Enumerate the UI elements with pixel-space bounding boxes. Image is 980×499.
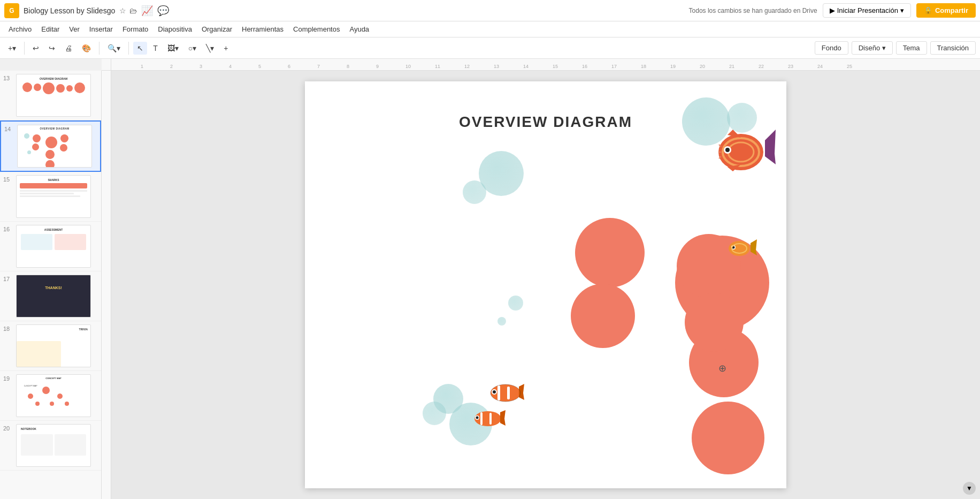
scroll-to-bottom[interactable]: ▼: [963, 482, 976, 495]
teal-bubble-7: [423, 402, 446, 425]
menu-archivo[interactable]: Archivo: [4, 24, 36, 35]
menu-editar[interactable]: Editar: [37, 24, 64, 35]
slide-thumb-19[interactable]: 19 CONCEPT MAP CoNCEPT MAP: [0, 371, 101, 421]
menubar: Archivo Editar Ver Insertar Formato Diap…: [0, 21, 980, 37]
svg-rect-18: [507, 387, 510, 399]
slide-title: OVERVIEW DIAGRAM: [459, 114, 632, 131]
slide-preview-17: THANKS!: [16, 275, 91, 317]
doc-title: Biology Lesson by Slidesgo: [24, 6, 115, 15]
add-slide-btn[interactable]: +▾: [4, 42, 20, 55]
comment-tool[interactable]: +: [220, 42, 232, 55]
fish-small: [725, 237, 757, 261]
menu-formato[interactable]: Formato: [118, 24, 152, 35]
clownfish-2: [471, 408, 506, 429]
slide-thumb-20[interactable]: 20 NOTEBOOK: [0, 421, 101, 471]
svg-rect-25: [489, 413, 492, 425]
diseno-btn[interactable]: Diseño ▾: [852, 41, 893, 55]
menu-ayuda[interactable]: Ayuda: [345, 24, 373, 35]
slide-preview-13: OVERVIEW DIAGRAM: [16, 74, 91, 117]
tema-btn[interactable]: Tema: [896, 41, 927, 55]
menu-insertar[interactable]: Insertar: [85, 24, 117, 35]
line-tool[interactable]: ╲▾: [202, 42, 218, 55]
canvas-container: OVERVIEW DIAGRAM: [102, 71, 980, 499]
print-btn[interactable]: 🖨: [61, 42, 76, 55]
slide-preview-20: NOTEBOOK: [16, 424, 91, 467]
app-icon: G: [4, 3, 19, 18]
main-area: 13 OVERVIEW DIAGRAM 14 OVERVIEW DIAGRAM: [0, 71, 980, 499]
menu-complementos[interactable]: Complementos: [289, 24, 344, 35]
stats-icon[interactable]: 📈: [141, 5, 153, 17]
toolbar: +▾ ↩ ↪ 🖨 🎨 🔍▾ ↖ T 🖼▾ ○▾ ╲▾ + Fondo Diseñ…: [0, 37, 980, 59]
svg-rect-24: [480, 412, 483, 425]
menu-organizar[interactable]: Organizar: [197, 24, 236, 35]
slide-canvas[interactable]: OVERVIEW DIAGRAM: [305, 81, 786, 488]
svg-marker-26: [500, 410, 506, 426]
canvas-area[interactable]: OVERVIEW DIAGRAM: [111, 71, 980, 499]
text-tool[interactable]: T: [149, 42, 162, 55]
coral-circle-1[interactable]: [575, 218, 645, 288]
coral-circle-2[interactable]: [571, 284, 635, 348]
slide-thumb-17[interactable]: 17 THANKS!: [0, 271, 101, 321]
slide-thumb-18[interactable]: 18 TRIVIA: [0, 321, 101, 371]
image-tool[interactable]: 🖼▾: [164, 42, 182, 55]
slide-preview-14: OVERVIEW DIAGRAM: [17, 125, 92, 168]
slide-thumb-14[interactable]: 14 OVERVIEW DIAGRAM: [0, 120, 101, 172]
doc-icons: ☆ 🗁: [119, 6, 137, 15]
paint-format-btn[interactable]: 🎨: [78, 42, 95, 55]
zoom-btn[interactable]: 🔍▾: [104, 42, 124, 55]
menu-herramientas[interactable]: Herramientas: [238, 24, 288, 35]
slide-preview-16: ASSESSMENT: [16, 225, 91, 268]
menu-ver[interactable]: Ver: [65, 24, 84, 35]
slide-panel: 13 OVERVIEW DIAGRAM 14 OVERVIEW DIAGRAM: [0, 71, 102, 499]
fondo-btn[interactable]: Fondo: [815, 41, 848, 55]
menu-diapositiva[interactable]: Diapositiva: [154, 24, 196, 35]
teal-bubble-3: [508, 296, 523, 311]
present-dropdown-icon: ▾: [900, 6, 904, 14]
svg-point-21: [493, 390, 496, 394]
comments-icon[interactable]: 💬: [157, 5, 169, 17]
saved-msg: Todos los cambios se han guardado en Dri…: [689, 7, 817, 14]
slide-thumb-16[interactable]: 16 ASSESSMENT: [0, 222, 101, 271]
clownfish-1: [487, 381, 524, 405]
fish-large: [711, 124, 776, 178]
lock-icon: 🔒: [924, 6, 932, 14]
slide-preview-15: SHARKS: [16, 175, 91, 218]
slide-preview-19: CONCEPT MAP CoNCEPT MAP: [16, 374, 91, 417]
ruler-vertical: [102, 71, 111, 499]
present-button[interactable]: ▶ Iniciar Presentación ▾: [823, 3, 911, 18]
move-cursor-icon: ⊕: [718, 362, 726, 374]
folder-icon[interactable]: 🗁: [129, 6, 137, 15]
coral-circle-7[interactable]: [685, 293, 744, 352]
undo-btn[interactable]: ↩: [29, 42, 43, 55]
svg-rect-17: [497, 385, 500, 400]
star-icon[interactable]: ☆: [119, 6, 126, 15]
ruler-top: 1234567891011121314151617181920212223242…: [102, 59, 980, 71]
svg-point-28: [476, 417, 479, 419]
redo-btn[interactable]: ↪: [45, 42, 59, 55]
transicion-btn[interactable]: Transición: [930, 41, 976, 55]
svg-marker-19: [519, 384, 524, 400]
toolbar-right: Fondo Diseño ▾ Tema Transición: [815, 41, 976, 55]
teal-bubble-4: [497, 317, 506, 326]
top-icons: 📈 💬: [141, 5, 169, 17]
top-right: Todos los cambios se han guardado en Dri…: [689, 3, 976, 18]
shape-tool[interactable]: ○▾: [185, 42, 200, 55]
present-icon: ▶: [830, 6, 835, 14]
select-tool[interactable]: ↖: [133, 42, 147, 55]
teal-bubble-2: [463, 180, 486, 204]
slide-preview-18: TRIVIA: [16, 324, 91, 367]
svg-marker-12: [751, 239, 757, 255]
svg-marker-3: [765, 130, 776, 164]
slide-thumb-13[interactable]: 13 OVERVIEW DIAGRAM: [0, 71, 101, 120]
share-button[interactable]: 🔒 Compartir: [916, 3, 976, 18]
svg-point-7: [725, 148, 730, 152]
topbar: G Biology Lesson by Slidesgo ☆ 🗁 📈 💬 Tod…: [0, 0, 980, 21]
slide-thumb-15[interactable]: 15 SHARKS: [0, 172, 101, 222]
coral-circle-5[interactable]: [692, 402, 764, 474]
